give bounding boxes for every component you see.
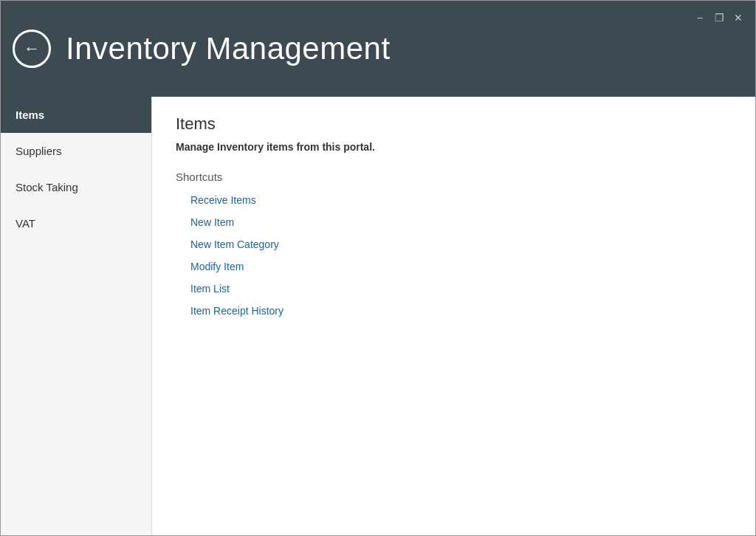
window-controls: − ❐ ✕ — [692, 10, 746, 26]
list-item: Item Receipt History — [190, 304, 732, 317]
item-list-link[interactable]: Item List — [190, 283, 230, 295]
list-item: Modify Item — [190, 260, 732, 273]
sidebar: Items Suppliers Stock Taking VAT — [1, 97, 152, 535]
page-title: Items — [176, 114, 732, 134]
sidebar-item-vat[interactable]: VAT — [1, 205, 151, 241]
page-description: Manage Inventory items from this portal. — [176, 141, 732, 153]
list-item: New Item — [190, 216, 732, 229]
back-icon: ← — [24, 39, 40, 58]
sidebar-item-items[interactable]: Items — [1, 97, 151, 133]
receive-items-link[interactable]: Receive Items — [190, 194, 256, 206]
list-item: Receive Items — [190, 193, 732, 207]
main-content: Items Suppliers Stock Taking VAT Items M… — [1, 97, 755, 535]
new-item-category-link[interactable]: New Item Category — [190, 238, 279, 250]
shortcuts-list: Receive Items New Item New Item Category… — [176, 193, 732, 317]
shortcuts-label: Shortcuts — [176, 171, 732, 183]
content-area: Items Manage Inventory items from this p… — [152, 97, 755, 535]
close-button[interactable]: ✕ — [730, 10, 746, 26]
new-item-link[interactable]: New Item — [190, 216, 234, 228]
sidebar-item-stock-taking[interactable]: Stock Taking — [1, 169, 151, 205]
list-item: New Item Category — [190, 238, 732, 251]
modify-item-link[interactable]: Modify Item — [190, 261, 244, 272]
back-button[interactable]: ← — [13, 30, 51, 68]
minimize-button[interactable]: − — [692, 10, 708, 26]
app-title: Inventory Management — [66, 31, 391, 66]
item-receipt-history-link[interactable]: Item Receipt History — [190, 305, 284, 317]
list-item: Item List — [190, 282, 732, 295]
title-bar: − ❐ ✕ ← Inventory Management — [1, 1, 755, 97]
restore-button[interactable]: ❐ — [711, 10, 727, 26]
app-window: − ❐ ✕ ← Inventory Management Items Suppl… — [0, 0, 756, 536]
sidebar-item-suppliers[interactable]: Suppliers — [1, 133, 151, 169]
